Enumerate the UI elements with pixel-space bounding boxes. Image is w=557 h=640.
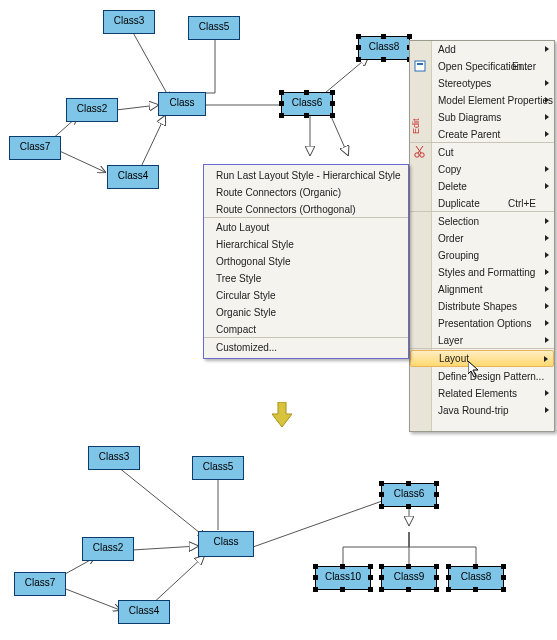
- label: Class9: [394, 571, 425, 582]
- menu-item-add[interactable]: Add: [410, 41, 554, 58]
- node-class5[interactable]: Class5: [188, 16, 240, 40]
- menu-item-layer[interactable]: Layer: [410, 332, 554, 349]
- svg-rect-0: [415, 61, 425, 71]
- menu-item-distribute-shapes[interactable]: Distribute Shapes: [410, 298, 554, 315]
- node-class6[interactable]: Class6: [281, 92, 333, 116]
- node-b-class4[interactable]: Class4: [118, 600, 170, 624]
- menu-item-order[interactable]: Order: [410, 230, 554, 247]
- label: Class: [213, 536, 238, 547]
- svg-point-3: [420, 153, 424, 157]
- submenu-item-run-last-layout-style-hierarchical-style[interactable]: Run Last Layout Style - Hierarchical Sty…: [204, 167, 408, 184]
- menu-item-alignment[interactable]: Alignment: [410, 281, 554, 298]
- menu-item-selection[interactable]: Selection: [410, 213, 554, 230]
- label: Class7: [25, 577, 56, 588]
- menu-item-define-design-pattern-[interactable]: Define Design Pattern...: [410, 368, 554, 385]
- label: Class6: [292, 97, 323, 108]
- submenu-item-hierarchical-style[interactable]: Hierarchical Style: [204, 236, 408, 253]
- spec-icon: [413, 59, 427, 73]
- layout-submenu[interactable]: Run Last Layout Style - Hierarchical Sty…: [203, 164, 409, 359]
- node-class4[interactable]: Class4: [107, 165, 159, 189]
- node-b-class10[interactable]: Class10: [315, 566, 371, 590]
- label: Class10: [325, 571, 361, 582]
- submenu-item-circular-style[interactable]: Circular Style: [204, 287, 408, 304]
- label: Class5: [199, 21, 230, 32]
- node-b-class3[interactable]: Class3: [88, 446, 140, 470]
- label: Class8: [369, 41, 400, 52]
- submenu-item-orthogonal-style[interactable]: Orthogonal Style: [204, 253, 408, 270]
- node-class7[interactable]: Class7: [9, 136, 61, 160]
- menu-item-presentation-options[interactable]: Presentation Options: [410, 315, 554, 332]
- submenu-item-organic-style[interactable]: Organic Style: [204, 304, 408, 321]
- menu-item-grouping[interactable]: Grouping: [410, 247, 554, 264]
- menu-item-delete[interactable]: Delete: [410, 178, 554, 195]
- label: Class5: [203, 461, 234, 472]
- label: Class6: [394, 488, 425, 499]
- label: Class3: [114, 15, 145, 26]
- node-b-class7[interactable]: Class7: [14, 572, 66, 596]
- menu-item-model-element-properties[interactable]: Model Element Properties: [410, 92, 554, 109]
- down-arrow-icon: [272, 402, 292, 428]
- node-b-class9[interactable]: Class9: [381, 566, 437, 590]
- menu-item-duplicate[interactable]: DuplicateCtrl+E: [410, 195, 554, 212]
- menu-item-create-parent[interactable]: Create Parent: [410, 126, 554, 143]
- menu-item-open-specification-[interactable]: Open Specification...Enter: [410, 58, 554, 75]
- label: Class4: [118, 170, 149, 181]
- label: Class4: [129, 605, 160, 616]
- node-b-class2[interactable]: Class2: [82, 537, 134, 561]
- node-b-class5[interactable]: Class5: [192, 456, 244, 480]
- label: Class2: [77, 103, 108, 114]
- node-class8[interactable]: Class8: [358, 36, 410, 60]
- submenu-item-route-connectors-orthogonal-[interactable]: Route Connectors (Orthogonal): [204, 201, 408, 218]
- submenu-item-compact[interactable]: Compact: [204, 321, 408, 338]
- label: Class8: [461, 571, 492, 582]
- menu-item-copy[interactable]: Copy: [410, 161, 554, 178]
- menu-item-cut[interactable]: CutEdit: [410, 144, 554, 161]
- submenu-item-auto-layout[interactable]: Auto Layout: [204, 219, 408, 236]
- menu-item-styles-and-formatting[interactable]: Styles and Formatting: [410, 264, 554, 281]
- node-class[interactable]: Class: [158, 92, 206, 116]
- context-menu[interactable]: AddOpen Specification...EnterStereotypes…: [409, 40, 555, 432]
- menu-item-related-elements[interactable]: Related Elements: [410, 385, 554, 402]
- menu-item-java-round-trip[interactable]: Java Round-trip: [410, 402, 554, 419]
- label: Class7: [20, 141, 51, 152]
- svg-point-2: [415, 153, 419, 157]
- cut-icon: [413, 145, 427, 159]
- submenu-item-customized-[interactable]: Customized...: [204, 339, 408, 356]
- node-b-class8[interactable]: Class8: [448, 566, 504, 590]
- label: Class3: [99, 451, 130, 462]
- submenu-item-tree-style[interactable]: Tree Style: [204, 270, 408, 287]
- node-b-class[interactable]: Class: [198, 531, 254, 557]
- menu-item-stereotypes[interactable]: Stereotypes: [410, 75, 554, 92]
- svg-rect-1: [417, 63, 423, 65]
- node-class2[interactable]: Class2: [66, 98, 118, 122]
- menu-item-layout[interactable]: Layout: [410, 350, 554, 367]
- submenu-item-route-connectors-organic-[interactable]: Route Connectors (Organic): [204, 184, 408, 201]
- node-class3[interactable]: Class3: [103, 10, 155, 34]
- node-b-class6[interactable]: Class6: [381, 483, 437, 507]
- label: Class2: [93, 542, 124, 553]
- menu-item-sub-diagrams[interactable]: Sub Diagrams: [410, 109, 554, 126]
- label: Class: [169, 97, 194, 108]
